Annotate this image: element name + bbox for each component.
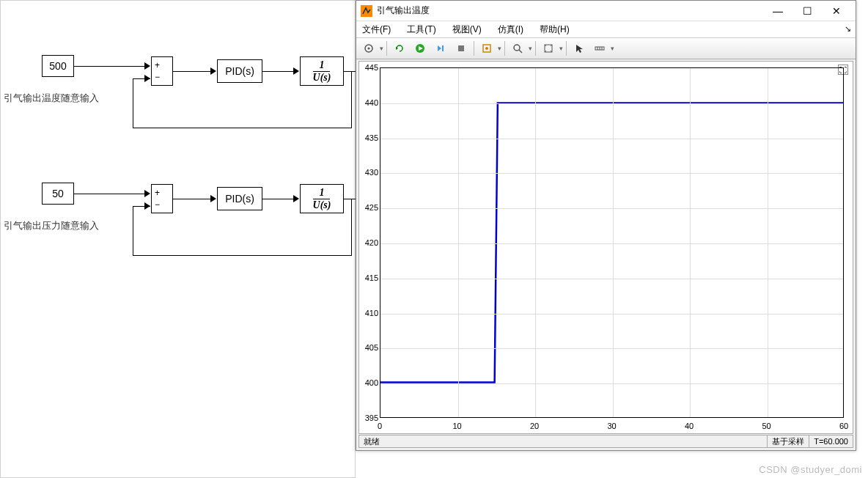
x-tick-label: 40 bbox=[685, 422, 694, 430]
settings-icon[interactable] bbox=[359, 40, 378, 57]
x-tick-label: 30 bbox=[607, 422, 616, 430]
simulink-canvas[interactable]: 500 引气输出温度随意输入 + − PID(s) 1U(s) 50 引气输出压… bbox=[0, 0, 356, 478]
autoscale-icon[interactable] bbox=[539, 40, 558, 57]
menu-help[interactable]: 帮助(H) bbox=[537, 22, 573, 37]
transfer-fcn-block-1[interactable]: 1U(s) bbox=[300, 56, 344, 86]
pid-block-1[interactable]: PID(s) bbox=[217, 59, 262, 83]
restart-icon[interactable] bbox=[390, 40, 409, 57]
data-series bbox=[380, 103, 843, 383]
plot-area[interactable]: ⛶ 01020304050603954004054104154204254304… bbox=[358, 61, 853, 434]
sum-block-2[interactable]: + − bbox=[151, 184, 173, 213]
scope-window[interactable]: 引气输出温度 — ☐ ✕ 文件(F) 工具(T) 视图(V) 仿真(I) 帮助(… bbox=[356, 0, 856, 451]
stop-icon[interactable] bbox=[452, 40, 471, 57]
maximize-button[interactable]: ☐ bbox=[792, 1, 822, 21]
constant-label-pressure: 引气输出压力随意输入 bbox=[4, 219, 99, 232]
run-icon[interactable] bbox=[411, 40, 430, 57]
x-tick-label: 10 bbox=[452, 422, 461, 430]
y-tick-label: 435 bbox=[361, 133, 378, 142]
y-tick-label: 430 bbox=[361, 168, 378, 177]
status-sample: 基于采样 bbox=[767, 435, 809, 447]
status-text: 就绪 bbox=[359, 436, 767, 447]
y-tick-label: 405 bbox=[361, 343, 378, 352]
watermark: CSDN @studyer_domi bbox=[759, 464, 862, 475]
cursor-icon[interactable] bbox=[570, 40, 589, 57]
pid-block-2[interactable]: PID(s) bbox=[217, 187, 262, 210]
menu-dropdown-icon[interactable]: ↘ bbox=[845, 24, 851, 34]
minimize-button[interactable]: — bbox=[763, 1, 792, 21]
svg-point-11 bbox=[514, 45, 520, 51]
y-tick-label: 415 bbox=[361, 273, 378, 282]
step-forward-icon[interactable] bbox=[431, 40, 450, 57]
y-tick-label: 400 bbox=[361, 378, 378, 387]
status-time: T=60.000 bbox=[809, 435, 853, 447]
transfer-fcn-block-2[interactable]: 1U(s) bbox=[300, 184, 344, 213]
svg-line-12 bbox=[519, 50, 522, 53]
constant-label-temp: 引气输出温度随意输入 bbox=[4, 92, 99, 105]
svg-rect-0 bbox=[361, 5, 372, 17]
x-tick-label: 0 bbox=[378, 422, 382, 430]
titlebar[interactable]: 引气输出温度 — ☐ ✕ bbox=[356, 1, 856, 21]
menu-tools[interactable]: 工具(T) bbox=[404, 22, 438, 37]
sum-block-1[interactable]: + − bbox=[151, 56, 173, 86]
highlight-icon[interactable] bbox=[477, 40, 496, 57]
y-tick-label: 420 bbox=[361, 238, 378, 247]
menubar: 文件(F) 工具(T) 视图(V) 仿真(I) 帮助(H) ↘ bbox=[356, 21, 856, 37]
y-tick-label: 395 bbox=[361, 413, 378, 422]
measure-icon[interactable] bbox=[590, 40, 609, 57]
close-button[interactable]: ✕ bbox=[822, 1, 851, 21]
plot-axes[interactable] bbox=[380, 67, 844, 418]
zoom-icon[interactable] bbox=[508, 40, 527, 57]
statusbar: 就绪 基于采样 T=60.000 bbox=[358, 435, 853, 448]
y-tick-label: 425 bbox=[361, 203, 378, 212]
y-tick-label: 410 bbox=[361, 309, 378, 317]
x-tick-label: 60 bbox=[839, 422, 848, 430]
constant-block-temp[interactable]: 500 bbox=[42, 55, 74, 77]
menu-view[interactable]: 视图(V) bbox=[449, 22, 485, 37]
svg-point-2 bbox=[368, 48, 370, 50]
svg-rect-7 bbox=[442, 45, 444, 51]
x-tick-label: 20 bbox=[530, 422, 539, 430]
x-tick-label: 50 bbox=[762, 422, 770, 430]
window-title: 引气输出温度 bbox=[377, 4, 763, 17]
svg-point-10 bbox=[485, 47, 488, 50]
constant-block-pressure[interactable]: 50 bbox=[42, 183, 74, 205]
y-tick-label: 440 bbox=[361, 98, 378, 107]
menu-file[interactable]: 文件(F) bbox=[359, 22, 394, 37]
toolbar: ▾ ▾ ▾ ▾ ▾ bbox=[356, 37, 856, 59]
menu-sim[interactable]: 仿真(I) bbox=[495, 22, 526, 37]
matlab-icon bbox=[361, 5, 372, 17]
svg-rect-8 bbox=[458, 45, 464, 51]
svg-marker-6 bbox=[438, 45, 441, 51]
y-tick-label: 445 bbox=[361, 63, 378, 72]
